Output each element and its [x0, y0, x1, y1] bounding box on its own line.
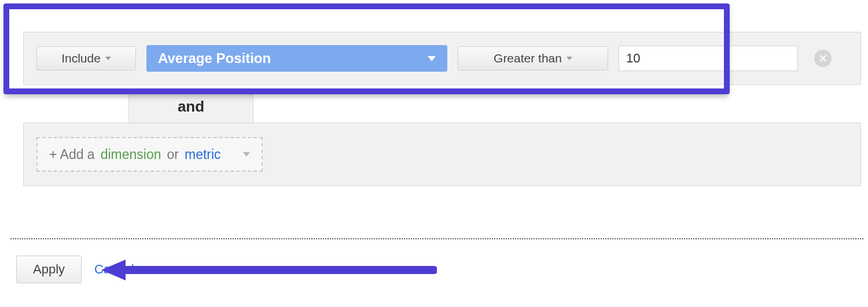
action-bar: Apply Cancel — [16, 256, 134, 283]
chevron-down-icon — [243, 152, 250, 157]
add-filter-row: + Add a dimension or metric — [23, 123, 861, 186]
dimension-word: dimension — [101, 147, 161, 162]
include-label: Include — [61, 51, 101, 65]
apply-button[interactable]: Apply — [16, 256, 82, 283]
cancel-label: Cancel — [94, 262, 134, 276]
or-word: or — [167, 147, 179, 162]
remove-filter-button[interactable]: ✕ — [814, 50, 832, 67]
chevron-down-icon — [105, 57, 111, 60]
include-dropdown[interactable]: Include — [36, 46, 136, 71]
and-connector: and — [128, 90, 253, 123]
filter-row: Include Average Position Greater than ✕ — [23, 32, 861, 85]
value-input[interactable] — [619, 46, 798, 71]
chevron-down-icon — [567, 57, 572, 60]
separator — [10, 238, 863, 239]
close-icon: ✕ — [818, 53, 828, 64]
filter-builder: Include Average Position Greater than ✕ … — [0, 0, 868, 307]
metric-word: metric — [185, 147, 221, 162]
add-prefix: + Add a — [49, 147, 95, 162]
cancel-link[interactable]: Cancel — [94, 262, 134, 277]
condition-dropdown[interactable]: Greater than — [458, 46, 608, 71]
metric-dropdown[interactable]: Average Position — [146, 45, 447, 72]
annotation-arrow — [101, 257, 437, 283]
apply-label: Apply — [33, 262, 65, 276]
add-dimension-metric-dropdown[interactable]: + Add a dimension or metric — [36, 137, 263, 172]
chevron-down-icon — [428, 56, 436, 61]
and-label: and — [178, 98, 204, 116]
condition-label: Greater than — [494, 51, 562, 65]
metric-label: Average Position — [158, 50, 271, 66]
